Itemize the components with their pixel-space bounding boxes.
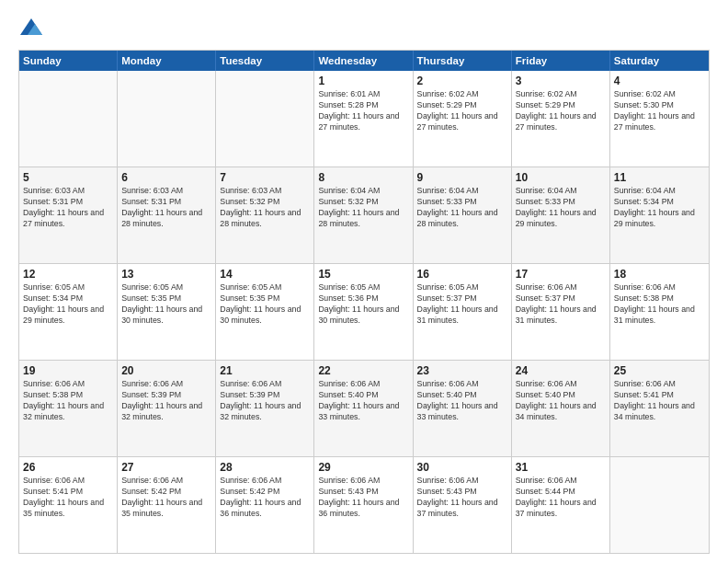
calendar-cell: 8Sunrise: 6:04 AM Sunset: 5:32 PM Daylig… bbox=[314, 167, 413, 263]
day-number: 28 bbox=[220, 461, 310, 474]
calendar-cell: 12Sunrise: 6:05 AM Sunset: 5:34 PM Dayli… bbox=[19, 264, 118, 360]
calendar-cell: 10Sunrise: 6:04 AM Sunset: 5:33 PM Dayli… bbox=[512, 167, 610, 263]
calendar-cell: 24Sunrise: 6:06 AM Sunset: 5:40 PM Dayli… bbox=[512, 361, 610, 456]
day-info: Sunrise: 6:05 AM Sunset: 5:35 PM Dayligh… bbox=[121, 282, 211, 327]
day-header: Saturday bbox=[610, 51, 709, 71]
calendar-cell: 7Sunrise: 6:03 AM Sunset: 5:32 PM Daylig… bbox=[216, 167, 314, 263]
logo-icon bbox=[18, 17, 44, 42]
calendar-cell: 19Sunrise: 6:06 AM Sunset: 5:38 PM Dayli… bbox=[19, 361, 118, 456]
day-number: 26 bbox=[23, 461, 113, 474]
day-info: Sunrise: 6:06 AM Sunset: 5:44 PM Dayligh… bbox=[516, 476, 606, 520]
day-info: Sunrise: 6:03 AM Sunset: 5:32 PM Dayligh… bbox=[220, 186, 310, 230]
calendar-cell: 5Sunrise: 6:03 AM Sunset: 5:31 PM Daylig… bbox=[19, 167, 118, 263]
calendar-cell: 30Sunrise: 6:06 AM Sunset: 5:43 PM Dayli… bbox=[414, 457, 512, 553]
page: SundayMondayTuesdayWednesdayThursdayFrid… bbox=[0, 0, 728, 563]
day-info: Sunrise: 6:06 AM Sunset: 5:42 PM Dayligh… bbox=[121, 476, 211, 520]
day-number: 23 bbox=[417, 364, 507, 377]
day-number: 18 bbox=[614, 268, 705, 281]
calendar-cell: 14Sunrise: 6:05 AM Sunset: 5:35 PM Dayli… bbox=[216, 264, 314, 360]
day-info: Sunrise: 6:04 AM Sunset: 5:32 PM Dayligh… bbox=[318, 186, 408, 230]
day-number: 12 bbox=[23, 268, 113, 281]
day-info: Sunrise: 6:06 AM Sunset: 5:38 PM Dayligh… bbox=[614, 282, 705, 327]
day-number: 6 bbox=[121, 171, 211, 184]
day-number: 10 bbox=[516, 171, 606, 184]
calendar-body: 1Sunrise: 6:01 AM Sunset: 5:28 PM Daylig… bbox=[19, 71, 709, 553]
day-number: 2 bbox=[417, 75, 507, 87]
calendar-cell: 27Sunrise: 6:06 AM Sunset: 5:42 PM Dayli… bbox=[118, 457, 216, 553]
calendar-cell: 31Sunrise: 6:06 AM Sunset: 5:44 PM Dayli… bbox=[512, 457, 610, 553]
day-info: Sunrise: 6:06 AM Sunset: 5:40 PM Dayligh… bbox=[417, 379, 507, 423]
day-number: 19 bbox=[23, 364, 113, 377]
day-header: Sunday bbox=[19, 51, 118, 71]
day-header: Thursday bbox=[414, 51, 512, 71]
day-header: Monday bbox=[118, 51, 216, 71]
day-number: 9 bbox=[417, 171, 507, 184]
calendar-cell: 29Sunrise: 6:06 AM Sunset: 5:43 PM Dayli… bbox=[314, 457, 413, 553]
calendar-row: 5Sunrise: 6:03 AM Sunset: 5:31 PM Daylig… bbox=[19, 167, 709, 263]
calendar-cell: 17Sunrise: 6:06 AM Sunset: 5:37 PM Dayli… bbox=[512, 264, 610, 360]
calendar-header: SundayMondayTuesdayWednesdayThursdayFrid… bbox=[19, 51, 709, 71]
day-info: Sunrise: 6:06 AM Sunset: 5:43 PM Dayligh… bbox=[318, 476, 408, 520]
day-number: 14 bbox=[220, 268, 310, 281]
day-number: 30 bbox=[417, 461, 507, 474]
day-info: Sunrise: 6:06 AM Sunset: 5:40 PM Dayligh… bbox=[516, 379, 606, 423]
day-number: 3 bbox=[516, 75, 606, 87]
day-info: Sunrise: 6:06 AM Sunset: 5:38 PM Dayligh… bbox=[23, 379, 113, 423]
calendar-cell bbox=[118, 71, 216, 167]
calendar-cell: 4Sunrise: 6:02 AM Sunset: 5:30 PM Daylig… bbox=[610, 71, 709, 167]
calendar-cell: 2Sunrise: 6:02 AM Sunset: 5:29 PM Daylig… bbox=[414, 71, 512, 167]
day-info: Sunrise: 6:06 AM Sunset: 5:41 PM Dayligh… bbox=[23, 476, 113, 520]
header bbox=[18, 17, 710, 42]
day-info: Sunrise: 6:04 AM Sunset: 5:33 PM Dayligh… bbox=[417, 186, 507, 230]
day-info: Sunrise: 6:06 AM Sunset: 5:39 PM Dayligh… bbox=[121, 379, 211, 423]
calendar-cell: 3Sunrise: 6:02 AM Sunset: 5:29 PM Daylig… bbox=[512, 71, 610, 167]
calendar-row: 19Sunrise: 6:06 AM Sunset: 5:38 PM Dayli… bbox=[19, 360, 709, 456]
day-number: 16 bbox=[417, 268, 507, 281]
day-number: 4 bbox=[614, 75, 705, 87]
day-info: Sunrise: 6:03 AM Sunset: 5:31 PM Dayligh… bbox=[23, 186, 113, 230]
day-info: Sunrise: 6:03 AM Sunset: 5:31 PM Dayligh… bbox=[121, 186, 211, 230]
logo-area bbox=[18, 17, 48, 42]
day-number: 24 bbox=[516, 364, 606, 377]
day-info: Sunrise: 6:04 AM Sunset: 5:33 PM Dayligh… bbox=[516, 186, 606, 230]
calendar-cell bbox=[19, 71, 118, 167]
calendar-cell: 18Sunrise: 6:06 AM Sunset: 5:38 PM Dayli… bbox=[610, 264, 709, 360]
day-number: 15 bbox=[318, 268, 408, 281]
calendar-row: 1Sunrise: 6:01 AM Sunset: 5:28 PM Daylig… bbox=[19, 71, 709, 167]
calendar-cell: 13Sunrise: 6:05 AM Sunset: 5:35 PM Dayli… bbox=[118, 264, 216, 360]
day-number: 31 bbox=[516, 461, 606, 474]
calendar-cell bbox=[216, 71, 314, 167]
day-info: Sunrise: 6:05 AM Sunset: 5:35 PM Dayligh… bbox=[220, 282, 310, 327]
day-number: 22 bbox=[318, 364, 408, 377]
day-header: Friday bbox=[512, 51, 610, 71]
day-info: Sunrise: 6:02 AM Sunset: 5:30 PM Dayligh… bbox=[614, 89, 705, 133]
calendar-cell: 9Sunrise: 6:04 AM Sunset: 5:33 PM Daylig… bbox=[414, 167, 512, 263]
day-info: Sunrise: 6:06 AM Sunset: 5:39 PM Dayligh… bbox=[220, 379, 310, 423]
day-header: Tuesday bbox=[216, 51, 314, 71]
calendar-cell: 26Sunrise: 6:06 AM Sunset: 5:41 PM Dayli… bbox=[19, 457, 118, 553]
day-info: Sunrise: 6:05 AM Sunset: 5:36 PM Dayligh… bbox=[318, 282, 408, 327]
day-number: 20 bbox=[121, 364, 211, 377]
calendar-cell: 28Sunrise: 6:06 AM Sunset: 5:42 PM Dayli… bbox=[216, 457, 314, 553]
calendar-cell: 25Sunrise: 6:06 AM Sunset: 5:41 PM Dayli… bbox=[610, 361, 709, 456]
calendar-cell: 21Sunrise: 6:06 AM Sunset: 5:39 PM Dayli… bbox=[216, 361, 314, 456]
calendar-cell: 11Sunrise: 6:04 AM Sunset: 5:34 PM Dayli… bbox=[610, 167, 709, 263]
day-info: Sunrise: 6:06 AM Sunset: 5:40 PM Dayligh… bbox=[318, 379, 408, 423]
day-number: 27 bbox=[121, 461, 211, 474]
calendar-row: 12Sunrise: 6:05 AM Sunset: 5:34 PM Dayli… bbox=[19, 263, 709, 360]
day-info: Sunrise: 6:06 AM Sunset: 5:43 PM Dayligh… bbox=[417, 476, 507, 520]
calendar-cell: 1Sunrise: 6:01 AM Sunset: 5:28 PM Daylig… bbox=[314, 71, 413, 167]
day-info: Sunrise: 6:05 AM Sunset: 5:37 PM Dayligh… bbox=[417, 282, 507, 327]
day-number: 7 bbox=[220, 171, 310, 184]
day-info: Sunrise: 6:01 AM Sunset: 5:28 PM Dayligh… bbox=[318, 89, 408, 133]
calendar: SundayMondayTuesdayWednesdayThursdayFrid… bbox=[18, 50, 710, 554]
calendar-row: 26Sunrise: 6:06 AM Sunset: 5:41 PM Dayli… bbox=[19, 456, 709, 553]
calendar-cell: 23Sunrise: 6:06 AM Sunset: 5:40 PM Dayli… bbox=[414, 361, 512, 456]
day-number: 1 bbox=[318, 75, 408, 87]
day-info: Sunrise: 6:06 AM Sunset: 5:42 PM Dayligh… bbox=[220, 476, 310, 520]
day-info: Sunrise: 6:02 AM Sunset: 5:29 PM Dayligh… bbox=[417, 89, 507, 133]
day-number: 11 bbox=[614, 171, 705, 184]
day-info: Sunrise: 6:06 AM Sunset: 5:41 PM Dayligh… bbox=[614, 379, 705, 423]
calendar-cell: 16Sunrise: 6:05 AM Sunset: 5:37 PM Dayli… bbox=[414, 264, 512, 360]
day-number: 17 bbox=[516, 268, 606, 281]
